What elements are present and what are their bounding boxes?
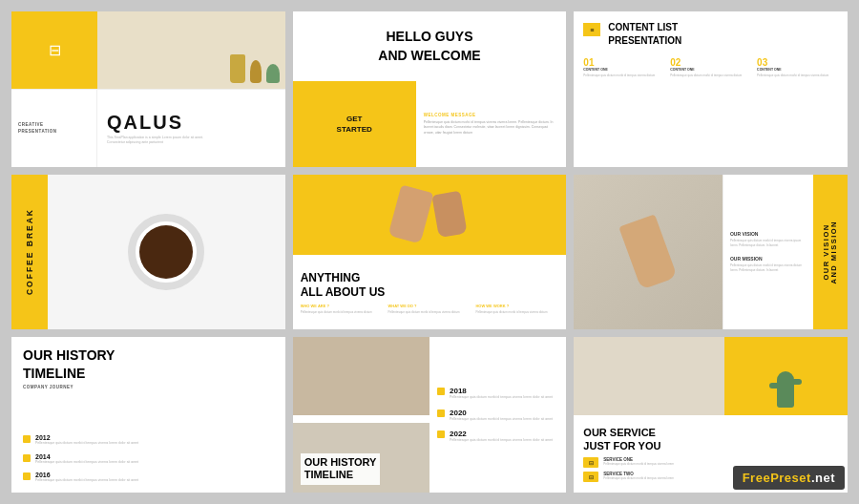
timeline2-dot-2 bbox=[437, 410, 445, 417]
watermark-suffix: .net bbox=[811, 471, 835, 485]
slide-7-header: OUR HISTORY TIMELINE COMPANY JOURNEY bbox=[23, 346, 274, 388]
slide-5-content: ANYTHING ALL ABOUT US WHO WE ARE ? Pelle… bbox=[293, 255, 567, 329]
slide-6-text-area: OUR VISION Pellentesque quis dictum morb… bbox=[723, 175, 813, 330]
slide-5-cols: WHO WE ARE ? Pellentesque quis dictum mo… bbox=[301, 304, 559, 315]
slide-3-title: CONTENT LIST PRESENTATION bbox=[608, 21, 681, 47]
mission-title: OUR MISSION bbox=[730, 256, 807, 262]
cactus-container bbox=[777, 371, 794, 408]
timeline2-item-2: 2020 Pellentesque quis dictum morbi id t… bbox=[437, 409, 558, 422]
slide-7-title: OUR HISTORY TIMELINE bbox=[23, 346, 274, 381]
slide-3: ≡ CONTENT LIST PRESENTATION 01 CONTENT O… bbox=[574, 11, 848, 167]
about-col-3-text: Pellentesque quis dictum morbi id tempus… bbox=[475, 310, 558, 315]
hands-illustration bbox=[394, 188, 464, 241]
about-col-2: WHAT WE DO ? Pellentesque quis dictum mo… bbox=[388, 304, 471, 315]
num-02: 02 bbox=[670, 57, 751, 68]
watermark: FreePreset.net bbox=[733, 466, 845, 490]
mission-block: OUR MISSION Pellentesque quis dictum mor… bbox=[730, 256, 807, 273]
mission-text: Pellentesque quis dictum morbi id tempus… bbox=[730, 263, 807, 273]
coffee-cup bbox=[128, 214, 204, 290]
num-02-sub: CONTENT ONE bbox=[670, 68, 751, 72]
cactus-arm-left bbox=[769, 383, 781, 388]
slide-1-title-cell: QALUS This SmsPlan application is a simp… bbox=[97, 89, 285, 166]
slide-2-welcome-area: WELCOME MESSAGE Pellentesque quis dictum… bbox=[416, 81, 567, 166]
service-icon-2: ⊟ bbox=[583, 472, 598, 482]
slide-1-subtitle-cell: CREATIVE PRESENTATION bbox=[11, 89, 97, 166]
slide-2-welcome-text: Pellentesque quis dictum morbi id tempus… bbox=[424, 120, 559, 136]
slide-1-subtitle: CREATIVE PRESENTATION bbox=[18, 121, 90, 135]
num-02-text: Pellentesque quis dictum morbi id tempus… bbox=[670, 74, 751, 78]
timeline2-dot-3 bbox=[437, 430, 445, 438]
slide-grid: ⊟ CREATIVE PRESENTATION QALUS This SmsPl… bbox=[11, 11, 848, 493]
timeline-dot-1 bbox=[23, 435, 31, 443]
about-col-1-title: WHO WE ARE ? bbox=[301, 304, 384, 308]
slide-2-btn: GET STARTED bbox=[337, 114, 372, 135]
service-text-1: Pellentesque quis dictum morbi id tempus… bbox=[603, 462, 674, 467]
slide-8: OUR HISTORY TIMELINE 2018 Pellentesque q… bbox=[293, 337, 567, 493]
slide-1-desc: This SmsPlan application is a simple Lor… bbox=[107, 136, 212, 146]
slide-1-yellow-cell: ⊟ bbox=[11, 11, 97, 89]
slide-4: COFFEE BREAK bbox=[11, 175, 285, 330]
slide-8-title: OUR HISTORY TIMELINE bbox=[301, 453, 381, 486]
vision-block: OUR VISION Pellentesque quis dictum morb… bbox=[730, 231, 807, 248]
num-03-text: Pellentesque quis dictum morbi id tempus… bbox=[757, 74, 838, 78]
num-03: 03 bbox=[757, 57, 838, 68]
watermark-text: Free bbox=[743, 471, 770, 485]
slide-4-yellow-bar: COFFEE BREAK bbox=[11, 175, 48, 330]
slide-5: ANYTHING ALL ABOUT US WHO WE ARE ? Pelle… bbox=[293, 175, 567, 330]
slide-8-img-top bbox=[293, 337, 430, 414]
timeline2-dot-1 bbox=[437, 388, 445, 395]
vase-1 bbox=[230, 54, 245, 83]
vision-text: Pellentesque quis dictum morbi id tempus… bbox=[730, 239, 807, 248]
slide-3-icon: ≡ bbox=[583, 23, 600, 36]
timeline2-text-3: Pellentesque quis dictum morbi id tempus… bbox=[450, 438, 553, 443]
slide-2-title: HELLO GUYS AND WELCOME bbox=[378, 28, 480, 65]
content-num-01: 01 CONTENT ONE Pellentesque quis dictum … bbox=[583, 57, 664, 78]
num-01-sub: CONTENT ONE bbox=[583, 68, 664, 72]
timeline-text-2: Pellentesque quis dictum morbi id tempus… bbox=[35, 460, 138, 465]
slide-9-yellow-area bbox=[724, 337, 848, 414]
hand-left bbox=[388, 185, 434, 244]
slide-2-bottom: GET STARTED WELCOME MESSAGE Pellentesque… bbox=[293, 81, 567, 166]
timeline-item-3: 2016 Pellentesque quis dictum morbi id t… bbox=[23, 472, 274, 483]
about-col-1: WHO WE ARE ? Pellentesque quis dictum mo… bbox=[301, 304, 384, 315]
slide-1-title: QALUS bbox=[107, 112, 212, 134]
timeline2-text-2: Pellentesque quis dictum morbi id tempus… bbox=[450, 417, 553, 422]
vase-2 bbox=[250, 60, 262, 83]
slide-7: OUR HISTORY TIMELINE COMPANY JOURNEY 201… bbox=[11, 337, 285, 493]
content-num-03: 03 CONTENT ONE Pellentesque quis dictum … bbox=[757, 57, 838, 78]
slide-3-numbers: 01 CONTENT ONE Pellentesque quis dictum … bbox=[583, 57, 838, 78]
slide-9-top bbox=[574, 337, 848, 414]
timeline-text-3: Pellentesque quis dictum morbi id tempus… bbox=[35, 478, 138, 483]
timeline2-year-3: 2022 bbox=[450, 430, 553, 438]
vision-title: OUR VISION bbox=[730, 231, 807, 237]
watermark-accent: Preset bbox=[770, 471, 811, 485]
about-col-2-title: WHAT WE DO ? bbox=[388, 304, 471, 308]
timeline2-item-3: 2022 Pellentesque quis dictum morbi id t… bbox=[437, 430, 558, 443]
service-text-2: Pellentesque quis dictum morbi id tempus… bbox=[603, 476, 674, 481]
timeline-text-1: Pellentesque quis dictum morbi id tempus… bbox=[35, 441, 138, 446]
num-03-sub: CONTENT ONE bbox=[757, 68, 838, 72]
timeline-year-2: 2014 bbox=[35, 453, 138, 460]
slide-6-vertical-text: OUR VISION AND MISSION bbox=[823, 220, 839, 284]
slide-4-vertical-text: COFFEE BREAK bbox=[25, 208, 34, 295]
slide-7-journey: COMPANY JOURNEY bbox=[23, 385, 274, 389]
slide-4-image-area bbox=[48, 175, 285, 330]
slide-9-title: OUR SERVICE JUST FOR YOU bbox=[583, 426, 838, 453]
slide-2-welcome-title: WELCOME MESSAGE bbox=[424, 113, 559, 117]
about-col-1-text: Pellentesque quis dictum morbi id tempus… bbox=[301, 310, 384, 315]
slide-6-image bbox=[574, 175, 723, 330]
num-01-text: Pellentesque quis dictum morbi id tempus… bbox=[583, 74, 664, 78]
slide-7-timeline: 2012 Pellentesque quis dictum morbi id t… bbox=[23, 434, 274, 483]
slide-8-left: OUR HISTORY TIMELINE bbox=[293, 337, 430, 493]
service-icon-1: ⊟ bbox=[583, 457, 598, 468]
timeline-year-3: 2016 bbox=[35, 472, 138, 478]
slide-1-image-cell bbox=[97, 11, 285, 89]
coffee-liquid bbox=[139, 225, 193, 279]
slide-6-img-bg bbox=[574, 175, 723, 330]
slide-8-title-area: OUR HISTORY TIMELINE bbox=[301, 453, 381, 486]
timeline-item-2: 2014 Pellentesque quis dictum morbi id t… bbox=[23, 453, 274, 465]
vase-3 bbox=[266, 64, 280, 83]
slide-3-header: ≡ CONTENT LIST PRESENTATION bbox=[583, 21, 838, 47]
cactus-body bbox=[777, 371, 794, 408]
timeline-item-1: 2012 Pellentesque quis dictum morbi id t… bbox=[23, 434, 274, 446]
